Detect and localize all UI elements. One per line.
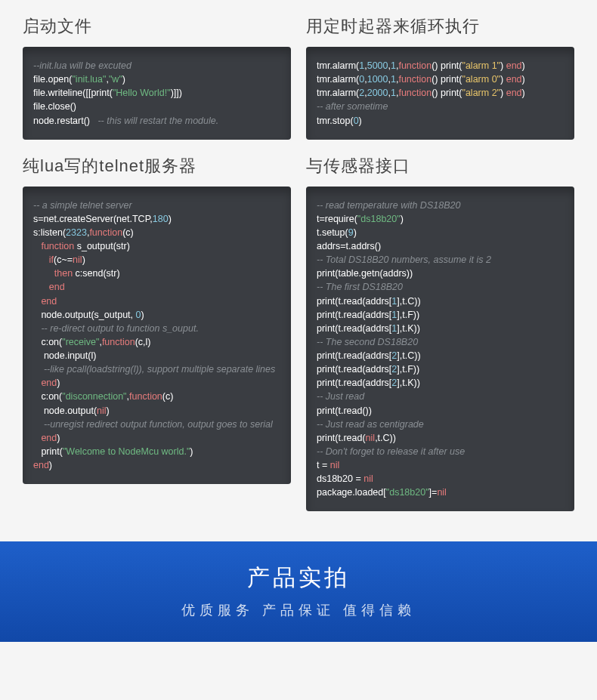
code-block-3: -- a simple telnet server s=net.createSe… [23,187,291,485]
product-banner: 产品实拍 优质服务 产品保证 值得信赖 [0,541,597,642]
code-block-1: --init.lua will be excuted file.open("in… [23,47,291,140]
heading-startup: 启动文件 [23,15,291,38]
heading-sensor: 与传感器接口 [306,155,574,177]
banner-subtitle: 优质服务 产品保证 值得信赖 [0,601,597,619]
heading-telnet: 纯lua写的telnet服务器 [23,155,291,177]
heading-timer: 用定时起器来循环执行 [306,15,574,38]
code-block-2: tmr.alarm(1,5000,1,function() print("ala… [306,47,574,140]
code-block-4: -- read temperature with DS18B20 t=requi… [306,187,574,512]
banner-title: 产品实拍 [0,563,597,594]
